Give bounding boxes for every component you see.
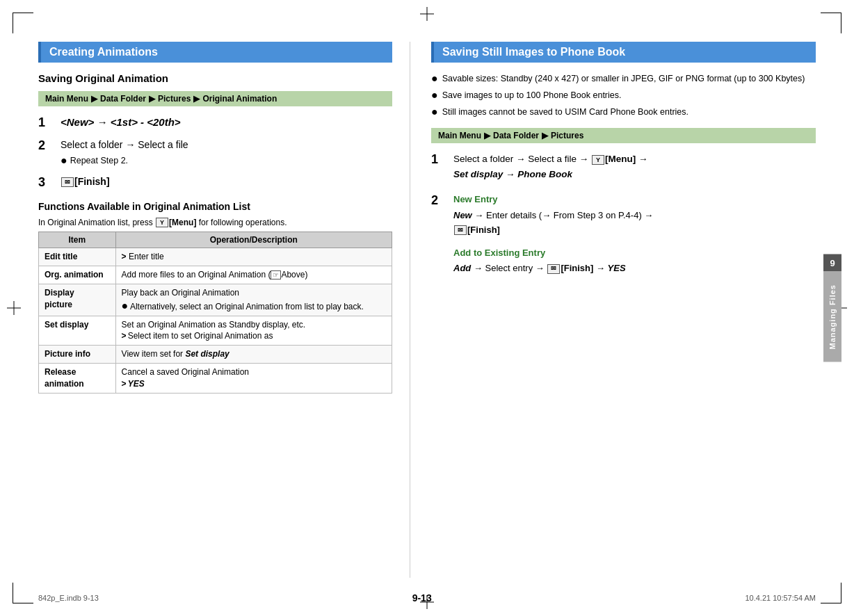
menu-item-main: Main Menu (45, 94, 88, 104)
step1-number: 1 (38, 115, 55, 131)
left-section-header: Creating Animations (38, 42, 392, 63)
step1-content: <New> → <1st> - <20th> (61, 115, 392, 131)
table-cell-desc-organimation: Add more files to an Original Animation … (115, 266, 392, 284)
finish-icon: ✉ (61, 177, 74, 187)
step2-main: Select a folder → Select a file (61, 138, 392, 152)
table-cell-desc-releaseanimation: Cancel a saved Original Animation > YES (115, 363, 392, 393)
bullet-item-1: ● Savable sizes: Standby (240 x 427) or … (431, 72, 816, 86)
table-cell-desc-displaypicture: Play back an Original Animation ● Altern… (115, 284, 392, 316)
center-cross-left (7, 301, 21, 315)
functions-intro: In Original Animation list, press Y[Menu… (38, 218, 392, 228)
step2-content: Select a folder → Select a file ● Repeat… (61, 138, 392, 168)
subsection1-title: Saving Original Animation (38, 72, 392, 84)
corner-mark-tr (821, 13, 841, 33)
new-entry-content: New → Enter details (→ From Step 3 on P.… (453, 209, 816, 238)
step2-bullet-text: Repeat Step 2. (70, 154, 128, 168)
page-container: 9 Managing Files Creating Animations Sav… (0, 0, 854, 616)
bullet-dot: ● (61, 155, 67, 166)
bullet-text-1: Savable sizes: Standby (240 x 427) or sm… (442, 72, 805, 86)
corner-mark-tl (13, 13, 33, 33)
right-step1-text: Select a folder → Select a file → Y[Menu… (453, 152, 816, 181)
table-header-operation: Operation/Description (115, 232, 392, 248)
right-step2-number: 2 (431, 193, 448, 209)
table-cell-item-pictureinfo: Picture info (39, 346, 116, 364)
menu-icon-step1: Y (592, 155, 604, 165)
right-step2-content: New Entry New → Enter details (→ From St… (453, 193, 816, 284)
menu-item-origanimation: Original Animation (202, 94, 277, 104)
table-row: Org. animation Add more files to an Orig… (39, 266, 392, 284)
add-entry-label: Add to Existing Entry (453, 246, 816, 260)
add-entry-content: Add → Select entry → ✉[Finish] → YES (453, 261, 816, 276)
step3-content: ✉[Finish] (61, 175, 392, 189)
chapter-number-tab: 9 (823, 254, 841, 272)
right-section-header: Saving Still Images to Phone Book (431, 42, 816, 63)
table-row: Releaseanimation Cancel a saved Original… (39, 363, 392, 393)
table-row: Set display Set an Original Animation as… (39, 316, 392, 346)
right-step1-content: Select a folder → Select a file → Y[Menu… (453, 152, 816, 181)
step3: 3 ✉[Finish] (38, 175, 392, 191)
corner-mark-br (821, 583, 841, 603)
right-menu-path: Main Menu ▶ Data Folder ▶ Pictures (431, 128, 816, 143)
finish-icon-new: ✉ (454, 225, 467, 235)
main-content: Creating Animations Saving Original Anim… (38, 42, 816, 578)
menu-item-pictures: Pictures (158, 94, 191, 104)
bottom-bar: 842p_E.indb 9-13 9-13 10.4.21 10:57:54 A… (38, 592, 816, 603)
menu-item-datafolder: Data Folder (100, 94, 146, 104)
table-cell-item-setdisplay: Set display (39, 316, 116, 346)
step2-bullet: ● Repeat Step 2. (61, 154, 392, 168)
bullet-text-3: Still images cannot be saved to USIM Car… (442, 106, 688, 119)
table-cell-desc-edittitle: > Enter title (115, 248, 392, 266)
finish-icon-add: ✉ (547, 264, 560, 274)
right-menu-item-main: Main Menu (438, 131, 481, 140)
table-cell-item-releaseanimation: Releaseanimation (39, 363, 116, 393)
step2: 2 Select a folder → Select a file ● Repe… (38, 138, 392, 168)
bullet-text-2: Save images to up to 100 Phone Book entr… (442, 89, 622, 102)
table-row: Edit title > Enter title (39, 248, 392, 266)
functions-title: Functions Available in Original Animatio… (38, 201, 392, 212)
table-cell-item-edittitle: Edit title (39, 248, 116, 266)
center-cross-top (420, 7, 434, 21)
bullet-item-2: ● Save images to up to 100 Phone Book en… (431, 89, 816, 102)
step3-number: 3 (38, 175, 55, 191)
right-column: Saving Still Images to Phone Book ● Sava… (410, 42, 816, 578)
timestamp: 10.4.21 10:57:54 AM (745, 594, 816, 602)
table-cell-item-organimation: Org. animation (39, 266, 116, 284)
right-menu-item-pictures: Pictures (551, 131, 583, 140)
table-header-item: Item (39, 232, 116, 248)
table-cell-item-displaypicture: Displaypicture (39, 284, 116, 316)
step1: 1 <New> → <1st> - <20th> (38, 115, 392, 131)
table-row: Displaypicture Play back an Original Ani… (39, 284, 392, 316)
chapter-title-tab: Managing Files (823, 272, 841, 362)
left-column: Creating Animations Saving Original Anim… (38, 42, 410, 578)
bullet-item-3: ● Still images cannot be saved to USIM C… (431, 106, 816, 119)
menu-icon-intro: Y (156, 218, 168, 227)
right-menu-item-datafolder: Data Folder (493, 131, 539, 140)
new-entry-label: New Entry (453, 193, 816, 206)
file-info: 842p_E.indb 9-13 (38, 594, 99, 602)
right-bullets: ● Savable sizes: Standby (240 x 427) or … (431, 72, 816, 118)
table-cell-desc-setdisplay: Set an Original Animation as Standby dis… (115, 316, 392, 346)
step3-main: ✉[Finish] (61, 175, 392, 189)
right-step1: 1 Select a folder → Select a file → Y[Me… (431, 152, 816, 181)
table-cell-desc-pictureinfo: View item set for Set display (115, 346, 392, 364)
left-menu-path: Main Menu ▶ Data Folder ▶ Pictures ▶ Ori… (38, 91, 392, 106)
page-number: 9-13 (412, 592, 432, 603)
functions-table: Item Operation/Description Edit title > … (38, 232, 392, 393)
right-step1-number: 1 (431, 152, 448, 168)
corner-mark-bl (13, 583, 33, 603)
step2-number: 2 (38, 138, 55, 154)
table-row: Picture info View item set for Set displ… (39, 346, 392, 364)
right-step2: 2 New Entry New → Enter details (→ From … (431, 193, 816, 284)
